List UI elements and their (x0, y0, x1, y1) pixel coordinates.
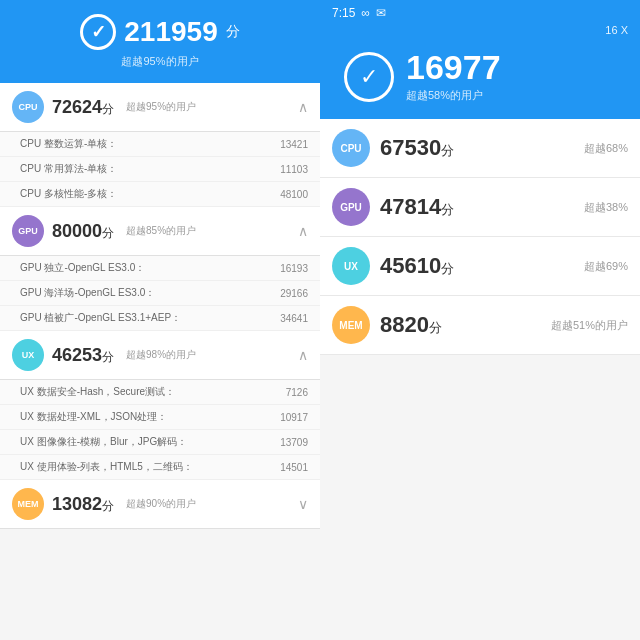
left-gpu-surpass: 超越85%的用户 (126, 224, 196, 238)
left-mem-badge: MEM (12, 488, 44, 520)
left-mem-chevron-icon: ∨ (298, 496, 308, 512)
left-ux-sub-1-label: UX 数据安全-Hash，Secure测试： (20, 385, 175, 399)
right-subtitle: 16 X (332, 24, 628, 40)
right-score-info: 16977 超越58%的用户 (406, 50, 501, 103)
left-ux-surpass: 超越98%的用户 (126, 348, 196, 362)
right-mem-left: MEM 8820分 (332, 306, 442, 344)
right-gpu-left: GPU 47814分 (332, 188, 454, 226)
right-ux-row[interactable]: UX 45610分 超越69% (320, 237, 640, 296)
right-check-icon: ✓ (344, 52, 394, 102)
left-cpu-sub-items: CPU 整数运算-单核： 13421 CPU 常用算法-单核： 11103 CP… (0, 132, 320, 207)
right-total-surpass: 超越58%的用户 (406, 88, 501, 103)
left-gpu-sub-1-label: GPU 独立-OpenGL ES3.0： (20, 261, 145, 275)
left-gpu-sub-items: GPU 独立-OpenGL ES3.0： 16193 GPU 海洋场-OpenG… (0, 256, 320, 331)
left-gpu-sub-2: GPU 海洋场-OpenGL ES3.0： 29166 (0, 281, 320, 306)
right-gpu-score: 47814分 (380, 194, 454, 220)
left-cpu-sub-1-value: 13421 (280, 139, 308, 150)
left-gpu-sub-2-label: GPU 海洋场-OpenGL ES3.0： (20, 286, 155, 300)
right-mem-row[interactable]: MEM 8820分 超越51%的用户 (320, 296, 640, 355)
left-mem-section-header[interactable]: MEM 13082分 超越90%的用户 ∨ (0, 480, 320, 529)
left-gpu-sub-2-value: 29166 (280, 288, 308, 299)
right-gpu-badge: GPU (332, 188, 370, 226)
left-cpu-sub-1-label: CPU 整数运算-单核： (20, 137, 117, 151)
left-cpu-sub-2: CPU 常用算法-单核： 11103 (0, 157, 320, 182)
left-mem-section-left: MEM 13082分 超越90%的用户 (12, 488, 196, 520)
left-cpu-badge: CPU (12, 91, 44, 123)
right-cpu-left: CPU 67530分 (332, 129, 454, 167)
left-ux-chevron-icon: ∧ (298, 347, 308, 363)
left-cpu-score: 72624分 (52, 97, 114, 118)
left-cpu-section-left: CPU 72624分 超越95%的用户 (12, 91, 196, 123)
left-cpu-sub-3: CPU 多核性能-多核： 48100 (0, 182, 320, 207)
left-cpu-sub-1: CPU 整数运算-单核： 13421 (0, 132, 320, 157)
left-cpu-surpass: 超越95%的用户 (126, 100, 196, 114)
left-ux-sub-4-label: UX 使用体验-列表，HTML5，二维码： (20, 460, 193, 474)
right-score-area: ✓ 16977 超越58%的用户 (332, 40, 628, 119)
left-cpu-chevron-icon: ∧ (298, 99, 308, 115)
left-gpu-sub-3-label: GPU 植被广-OpenGL ES3.1+AEP： (20, 311, 181, 325)
right-time: 7:15 (332, 6, 355, 20)
left-cpu-sub-3-label: CPU 多核性能-多核： (20, 187, 117, 201)
right-mem-surpass: 超越51%的用户 (551, 318, 628, 333)
right-mem-score: 8820分 (380, 312, 442, 338)
right-gpu-row[interactable]: GPU 47814分 超越38% (320, 178, 640, 237)
left-ux-sub-1-value: 7126 (286, 387, 308, 398)
left-total-surpass: 超越95%的用户 (121, 54, 198, 69)
left-ux-sub-3-label: UX 图像像往-模糊，Blur，JPG解码： (20, 435, 187, 449)
right-ux-score: 45610分 (380, 253, 454, 279)
right-cpu-score: 67530分 (380, 135, 454, 161)
right-ux-left: UX 45610分 (332, 247, 454, 285)
left-total-unit: 分 (226, 23, 240, 41)
left-gpu-badge: GPU (12, 215, 44, 247)
right-mem-badge: MEM (332, 306, 370, 344)
right-mail-icon: ✉ (376, 6, 386, 20)
right-cpu-row[interactable]: CPU 67530分 超越68% (320, 119, 640, 178)
left-ux-section-header[interactable]: UX 46253分 超越98%的用户 ∧ (0, 331, 320, 380)
left-ux-sub-2-label: UX 数据处理-XML，JSON处理： (20, 410, 167, 424)
right-ux-badge: UX (332, 247, 370, 285)
left-cpu-section-header[interactable]: CPU 72624分 超越95%的用户 ∧ (0, 83, 320, 132)
left-ux-badge: UX (12, 339, 44, 371)
right-header: 7:15 ∞ ✉ 16 X ✓ 16977 超越58%的用户 (320, 0, 640, 119)
left-gpu-section-header[interactable]: GPU 80000分 超越85%的用户 ∧ (0, 207, 320, 256)
left-panel: ✓ 211959 分 超越95%的用户 CPU 72624分 超越95%的用户 … (0, 0, 320, 640)
left-ux-sub-4: UX 使用体验-列表，HTML5，二维码： 14501 (0, 455, 320, 480)
left-ux-sub-2-value: 10917 (280, 412, 308, 423)
left-ux-section-left: UX 46253分 超越98%的用户 (12, 339, 196, 371)
left-ux-sub-items: UX 数据安全-Hash，Secure测试： 7126 UX 数据处理-XML，… (0, 380, 320, 480)
left-cpu-sub-2-value: 11103 (280, 164, 308, 175)
right-gpu-surpass: 超越38% (584, 200, 628, 215)
left-cpu-sub-2-label: CPU 常用算法-单核： (20, 162, 117, 176)
left-ux-score: 46253分 (52, 345, 114, 366)
left-ux-sub-1: UX 数据安全-Hash，Secure测试： 7126 (0, 380, 320, 405)
left-gpu-sub-3: GPU 植被广-OpenGL ES3.1+AEP： 34641 (0, 306, 320, 331)
right-panel: 7:15 ∞ ✉ 16 X ✓ 16977 超越58%的用户 CPU 67530… (320, 0, 640, 640)
left-gpu-sub-1-value: 16193 (280, 263, 308, 274)
left-header: ✓ 211959 分 超越95%的用户 (0, 0, 320, 83)
left-gpu-section-left: GPU 80000分 超越85%的用户 (12, 215, 196, 247)
left-ux-sub-2: UX 数据处理-XML，JSON处理： 10917 (0, 405, 320, 430)
right-cpu-badge: CPU (332, 129, 370, 167)
right-ux-surpass: 超越69% (584, 259, 628, 274)
right-infinity-icon: ∞ (361, 6, 370, 20)
right-status-bar: 7:15 ∞ ✉ (332, 0, 628, 24)
left-mem-surpass: 超越90%的用户 (126, 497, 196, 511)
left-cpu-sub-3-value: 48100 (280, 189, 308, 200)
left-ux-sub-3: UX 图像像往-模糊，Blur，JPG解码： 13709 (0, 430, 320, 455)
left-gpu-sub-1: GPU 独立-OpenGL ES3.0： 16193 (0, 256, 320, 281)
left-ux-sub-3-value: 13709 (280, 437, 308, 448)
right-cpu-surpass: 超越68% (584, 141, 628, 156)
left-gpu-score: 80000分 (52, 221, 114, 242)
left-mem-score: 13082分 (52, 494, 114, 515)
left-gpu-sub-3-value: 34641 (280, 313, 308, 324)
left-ux-sub-4-value: 14501 (280, 462, 308, 473)
right-total-score: 16977 (406, 50, 501, 84)
left-gpu-chevron-icon: ∧ (298, 223, 308, 239)
left-total-score-row: ✓ 211959 分 (80, 14, 239, 50)
left-total-score: 211959 (124, 16, 217, 48)
left-check-icon: ✓ (80, 14, 116, 50)
